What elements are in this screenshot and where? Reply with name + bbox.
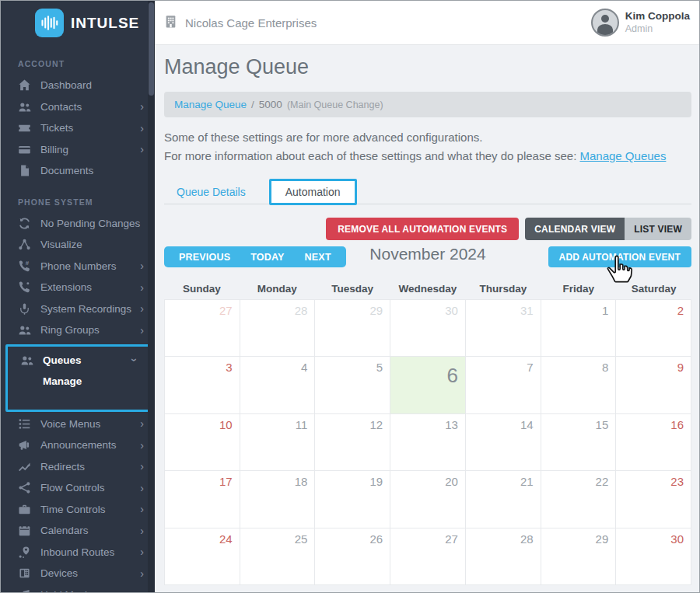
calendar-day-cell[interactable]: 22 <box>541 471 617 528</box>
breadcrumb-note: (Main Queue Change) <box>287 99 383 110</box>
calendar-day-cell[interactable]: 21 <box>466 471 541 528</box>
sidebar-item-time-controls[interactable]: Time Controls› <box>1 499 155 521</box>
calendar-day-cell[interactable]: 27 <box>390 528 466 585</box>
sidebar-scrollbar-track[interactable] <box>148 1 155 593</box>
calendar-day-cell[interactable]: 31 <box>466 300 541 357</box>
sidebar-item-queues[interactable]: Queues› <box>8 350 148 371</box>
calendar-day-cell[interactable]: 29 <box>315 300 390 357</box>
calendar-day-cell[interactable]: 29 <box>541 528 617 585</box>
sync-icon <box>18 217 31 230</box>
redirect-arrow-icon <box>18 460 31 473</box>
chevron-right-icon: › <box>140 589 144 593</box>
calendar-today-cell[interactable]: 6 <box>390 357 466 413</box>
sidebar-item-system-recordings[interactable]: System Recordings› <box>1 298 155 320</box>
brand-logo[interactable]: INTULSE <box>1 1 155 44</box>
sidebar-item-ring-groups[interactable]: Ring Groups› <box>1 319 155 341</box>
calendar-day-headers: SundayMondayTuesdayWednesdayThursdayFrid… <box>164 281 691 299</box>
chevron-right-icon: › <box>140 546 144 557</box>
calendar-day-cell[interactable]: 28 <box>240 300 316 357</box>
calendar-day-cell[interactable]: 24 <box>165 528 240 585</box>
calendar-day-header-monday: Monday <box>240 281 315 299</box>
calendar-day-cell[interactable]: 10 <box>165 414 240 471</box>
sidebar-item-voice-menus[interactable]: Voice Menus› <box>1 413 155 435</box>
calendar-day-cell[interactable]: 20 <box>390 471 466 528</box>
calendar-day-cell[interactable]: 4 <box>240 357 316 413</box>
user-menu[interactable]: Kim Coppola Admin <box>591 9 690 37</box>
sidebar-item-redirects[interactable]: Redirects› <box>1 456 155 478</box>
breadcrumb-link-manage-queue[interactable]: Manage Queue <box>174 99 247 110</box>
calendar-day-cell[interactable]: 30 <box>616 528 691 585</box>
manage-queues-link[interactable]: Manage Queues <box>580 149 667 162</box>
calendar-day-cell[interactable]: 1 <box>541 300 617 357</box>
breadcrumb-current: 5000 <box>259 99 282 110</box>
home-icon <box>18 78 31 92</box>
add-automation-event-button[interactable]: ADD AUTOMATION EVENT <box>548 246 691 267</box>
calendar-day-cell[interactable]: 8 <box>541 357 617 413</box>
list-view-button[interactable]: LIST VIEW <box>625 218 691 240</box>
sidebar-item-contacts[interactable]: Contacts› <box>1 96 155 118</box>
sidebar-item-visualize[interactable]: Visualize <box>1 234 155 256</box>
calendar-day-header-friday: Friday <box>541 281 616 299</box>
view-toggle-group: CALENDAR VIEW LIST VIEW <box>525 218 691 240</box>
queues-highlight-annotation: Queues›Manage <box>5 344 150 412</box>
calendar-day-cell[interactable]: 11 <box>240 414 316 471</box>
calendar-day-cell[interactable]: 19 <box>315 471 390 528</box>
calendar-day-cell[interactable]: 23 <box>616 471 691 528</box>
calendar-day-cell[interactable]: 13 <box>390 414 466 471</box>
intulse-waveform-icon <box>35 9 64 37</box>
briefcase-clock-icon <box>18 503 31 516</box>
sidebar-item-tickets[interactable]: Tickets› <box>1 117 155 139</box>
phone-extension-icon <box>18 281 31 294</box>
sidebar-subitem-manage[interactable]: Manage <box>8 371 148 392</box>
sidebar-item-announcements[interactable]: Announcements› <box>1 434 155 456</box>
tab-bar: Queue Details Automation <box>164 176 691 204</box>
ticket-icon <box>18 121 31 134</box>
music-note-icon <box>18 588 31 593</box>
sidebar-item-phone-numbers[interactable]: #Phone Numbers› <box>1 256 155 277</box>
calendar-day-cell[interactable]: 17 <box>165 471 240 528</box>
calendar-day-cell[interactable]: 15 <box>541 414 617 471</box>
sidebar-item-no-pending-changes[interactable]: No Pending Changes <box>1 213 155 235</box>
avatar <box>591 9 619 37</box>
calendar-day-cell[interactable]: 28 <box>466 528 541 585</box>
tab-automation[interactable]: Automation <box>269 179 357 205</box>
sidebar-item-documents[interactable]: Documents <box>1 160 155 182</box>
sidebar-item-hold-music[interactable]: Hold Music› <box>1 584 155 593</box>
calendar-day-cell[interactable]: 2 <box>616 300 691 357</box>
sidebar-item-inbound-routes[interactable]: Inbound Routes› <box>1 542 155 563</box>
calendar-day-cell[interactable]: 3 <box>165 357 240 413</box>
chevron-right-icon: › <box>140 504 144 515</box>
calendar-day-cell[interactable]: 16 <box>616 414 691 471</box>
calendar-day-cell[interactable]: 30 <box>390 300 466 357</box>
chevron-right-icon: › <box>140 525 144 536</box>
sidebar-item-extensions[interactable]: Extensions› <box>1 277 155 298</box>
calendar-view-button[interactable]: CALENDAR VIEW <box>525 218 625 240</box>
breadcrumb: Manage Queue / 5000 (Main Queue Change) <box>164 92 691 117</box>
app-window: INTULSE ACCOUNTDashboardContacts›Tickets… <box>0 0 700 593</box>
sidebar-item-billing[interactable]: Billing› <box>1 139 155 161</box>
billing-card-icon <box>18 143 31 156</box>
people-icon <box>20 354 33 367</box>
calendar-day-cell[interactable]: 5 <box>315 357 390 413</box>
calendar-day-cell[interactable]: 18 <box>240 471 316 528</box>
calendar-day-cell[interactable]: 25 <box>240 528 316 585</box>
top-header-bar: Nicolas Cage Enterprises Kim Coppola Adm… <box>155 1 700 45</box>
calendar-day-cell[interactable]: 12 <box>315 414 390 471</box>
calendar-icon <box>18 524 31 537</box>
sidebar-item-devices[interactable]: Devices› <box>1 563 155 584</box>
remove-all-automation-events-button[interactable]: REMOVE ALL AUTOMATION EVENTS <box>326 218 519 240</box>
calendar-day-cell[interactable]: 7 <box>466 357 541 413</box>
sidebar-scrollbar-thumb[interactable] <box>149 2 154 96</box>
sidebar-item-calendars[interactable]: Calendars› <box>1 520 155 542</box>
tab-queue-details[interactable]: Queue Details <box>164 180 258 204</box>
chevron-right-icon: › <box>140 303 144 314</box>
calendar-day-cell[interactable]: 14 <box>466 414 541 471</box>
people-icon <box>18 323 31 337</box>
sidebar-item-flow-controls[interactable]: Flow Controls› <box>1 477 155 499</box>
info-line-1: Some of these settings are for more adva… <box>164 128 691 147</box>
calendar-day-cell[interactable]: 27 <box>165 300 240 357</box>
calendar-day-cell[interactable]: 26 <box>315 528 390 585</box>
sidebar: INTULSE ACCOUNTDashboardContacts›Tickets… <box>1 1 155 593</box>
sidebar-item-dashboard[interactable]: Dashboard <box>1 75 155 96</box>
calendar-day-cell[interactable]: 9 <box>616 357 691 413</box>
